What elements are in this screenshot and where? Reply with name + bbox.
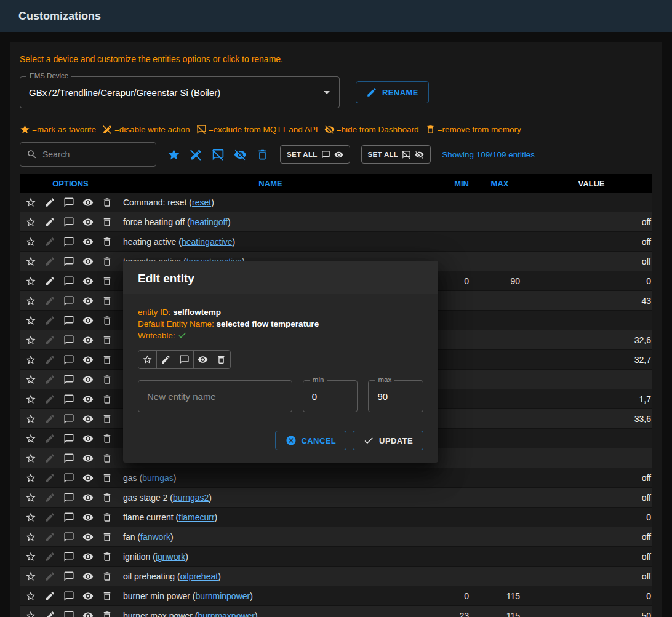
update-button[interactable]: UPDATE xyxy=(353,431,423,450)
column-header-min[interactable]: MIN xyxy=(420,179,469,188)
edit-pencil-icon[interactable] xyxy=(44,236,55,247)
favorite-star-icon[interactable] xyxy=(25,394,36,405)
visibility-eye-icon[interactable] xyxy=(82,236,94,247)
set-all-show-button[interactable]: SET ALL xyxy=(280,145,350,164)
visibility-eye-icon[interactable] xyxy=(82,512,94,523)
column-header-max[interactable]: MAX xyxy=(469,179,530,188)
favorite-star-icon[interactable] xyxy=(25,374,36,385)
favorite-star-icon[interactable] xyxy=(25,354,36,365)
mqtt-chat-icon[interactable] xyxy=(63,610,74,617)
entity-id-link[interactable]: ignwork xyxy=(156,552,185,562)
mqtt-chat-icon[interactable] xyxy=(63,531,74,543)
pencil-off-toggle-icon[interactable] xyxy=(190,148,202,161)
favorite-star-icon[interactable] xyxy=(25,591,36,602)
delete-trash-icon[interactable] xyxy=(102,374,113,385)
column-header-options[interactable]: OPTIONS xyxy=(20,179,121,188)
favorite-star-icon[interactable] xyxy=(25,453,36,464)
chat-off-toggle-icon[interactable] xyxy=(212,148,225,161)
edit-pencil-icon[interactable] xyxy=(44,197,55,208)
edit-pencil-icon[interactable] xyxy=(44,453,55,464)
delete-trash-icon[interactable] xyxy=(102,217,113,228)
visibility-eye-icon[interactable] xyxy=(82,551,94,562)
entity-id-link[interactable]: burnmaxpower xyxy=(198,611,255,617)
mqtt-chat-icon[interactable] xyxy=(63,256,74,267)
mqtt-chat-icon[interactable] xyxy=(63,433,74,444)
edit-pencil-icon[interactable] xyxy=(44,551,55,562)
visibility-eye-icon[interactable] xyxy=(82,197,94,208)
mqtt-chat-icon[interactable] xyxy=(63,394,74,405)
mqtt-chat-icon[interactable] xyxy=(63,295,74,306)
entity-id-link[interactable]: burngas2 xyxy=(173,493,209,503)
favorite-star-toggle-icon[interactable] xyxy=(167,148,180,161)
favorite-toggle-button[interactable] xyxy=(138,350,157,369)
delete-trash-icon[interactable] xyxy=(102,335,113,346)
edit-pencil-icon[interactable] xyxy=(44,394,55,405)
rename-button[interactable]: RENAME xyxy=(356,81,429,103)
delete-trash-icon[interactable] xyxy=(102,571,113,582)
favorite-star-icon[interactable] xyxy=(25,295,36,306)
edit-pencil-icon[interactable] xyxy=(44,276,55,287)
set-all-hide-button[interactable]: SET ALL xyxy=(361,145,431,164)
trash-toggle-icon[interactable] xyxy=(256,148,269,161)
edit-pencil-icon[interactable] xyxy=(44,492,55,503)
favorite-star-icon[interactable] xyxy=(25,236,36,247)
visibility-eye-icon[interactable] xyxy=(82,453,94,464)
remove-memory-toggle-button[interactable] xyxy=(212,350,231,369)
mqtt-chat-icon[interactable] xyxy=(63,453,74,464)
edit-pencil-icon[interactable] xyxy=(44,512,55,523)
favorite-star-icon[interactable] xyxy=(25,217,36,228)
delete-trash-icon[interactable] xyxy=(102,610,113,617)
visibility-eye-icon[interactable] xyxy=(82,256,94,267)
visibility-eye-icon[interactable] xyxy=(82,472,94,484)
mqtt-chat-icon[interactable] xyxy=(63,492,74,503)
exclude-mqtt-toggle-button[interactable] xyxy=(175,350,194,369)
min-input[interactable] xyxy=(303,391,358,402)
mqtt-chat-icon[interactable] xyxy=(63,591,74,602)
edit-pencil-icon[interactable] xyxy=(44,217,55,228)
delete-trash-icon[interactable] xyxy=(102,197,113,208)
hide-dashboard-toggle-button[interactable] xyxy=(193,350,212,369)
delete-trash-icon[interactable] xyxy=(102,295,113,306)
mqtt-chat-icon[interactable] xyxy=(63,315,74,326)
visibility-eye-icon[interactable] xyxy=(82,295,94,306)
edit-pencil-icon[interactable] xyxy=(44,295,55,306)
edit-pencil-icon[interactable] xyxy=(44,591,55,602)
eye-off-toggle-icon[interactable] xyxy=(234,148,247,161)
favorite-star-icon[interactable] xyxy=(25,571,36,582)
ems-device-select[interactable]: EMS Device GBx72/Trendline/Cerapur/Green… xyxy=(20,76,340,108)
favorite-star-icon[interactable] xyxy=(25,610,36,617)
mqtt-chat-icon[interactable] xyxy=(63,374,74,385)
delete-trash-icon[interactable] xyxy=(102,591,113,602)
visibility-eye-icon[interactable] xyxy=(82,433,94,444)
mqtt-chat-icon[interactable] xyxy=(63,217,74,228)
favorite-star-icon[interactable] xyxy=(25,276,36,287)
mqtt-chat-icon[interactable] xyxy=(63,354,74,365)
mqtt-chat-icon[interactable] xyxy=(63,236,74,247)
favorite-star-icon[interactable] xyxy=(25,512,36,523)
entity-id-link[interactable]: flamecurr xyxy=(178,512,214,522)
visibility-eye-icon[interactable] xyxy=(82,374,94,385)
favorite-star-icon[interactable] xyxy=(25,335,36,346)
visibility-eye-icon[interactable] xyxy=(82,354,94,365)
visibility-eye-icon[interactable] xyxy=(82,571,94,582)
delete-trash-icon[interactable] xyxy=(102,413,113,424)
edit-pencil-icon[interactable] xyxy=(44,413,55,424)
favorite-star-icon[interactable] xyxy=(25,551,36,562)
delete-trash-icon[interactable] xyxy=(102,453,113,464)
mqtt-chat-icon[interactable] xyxy=(63,413,74,424)
visibility-eye-icon[interactable] xyxy=(82,315,94,326)
max-input[interactable] xyxy=(369,391,423,402)
delete-trash-icon[interactable] xyxy=(102,472,113,484)
entity-id-link[interactable]: reset xyxy=(192,197,211,207)
column-header-name[interactable]: NAME xyxy=(121,179,420,188)
delete-trash-icon[interactable] xyxy=(102,433,113,444)
favorite-star-icon[interactable] xyxy=(25,197,36,208)
edit-pencil-icon[interactable] xyxy=(44,433,55,444)
mqtt-chat-icon[interactable] xyxy=(63,571,74,582)
visibility-eye-icon[interactable] xyxy=(82,591,94,602)
favorite-star-icon[interactable] xyxy=(25,472,36,484)
visibility-eye-icon[interactable] xyxy=(82,394,94,405)
disable-write-toggle-button[interactable] xyxy=(156,350,175,369)
edit-pencil-icon[interactable] xyxy=(44,531,55,543)
edit-pencil-icon[interactable] xyxy=(44,374,55,385)
